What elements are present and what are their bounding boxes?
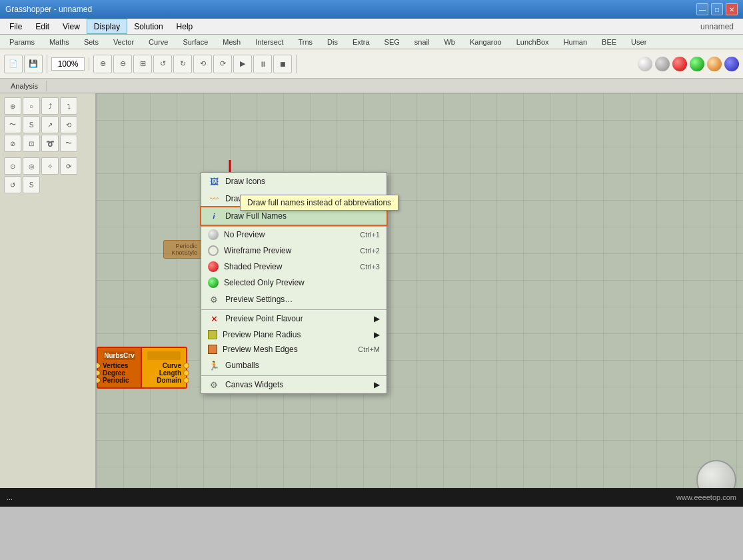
tab-human[interactable]: Human bbox=[557, 37, 594, 47]
menu-draw-icons[interactable]: 🖼 Draw Icons bbox=[201, 173, 386, 190]
toolbar-btn-3[interactable]: ⊞ bbox=[133, 55, 152, 73]
tab-user[interactable]: User bbox=[624, 37, 653, 47]
sphere-blue[interactable] bbox=[724, 57, 739, 71]
tab-dis[interactable]: Dis bbox=[321, 37, 345, 47]
tab-vector[interactable]: Vector bbox=[107, 37, 141, 47]
selected-preview-icon bbox=[208, 277, 219, 288]
toolbar-btn-10[interactable]: ⏹ bbox=[273, 55, 292, 73]
tab-seg[interactable]: SEG bbox=[378, 37, 406, 47]
tab-lunchbox[interactable]: LunchBox bbox=[510, 37, 556, 47]
menu-solution[interactable]: Solution bbox=[127, 19, 169, 34]
sidebar-btn-11[interactable]: ➰ bbox=[41, 135, 59, 152]
menu-file[interactable]: File bbox=[3, 19, 29, 34]
tab-bee[interactable]: BEE bbox=[595, 37, 623, 47]
tab-snail[interactable]: snail bbox=[408, 37, 436, 47]
sidebar-btn-13[interactable]: ⊙ bbox=[4, 157, 21, 175]
menu-preview-settings[interactable]: ⚙ Preview Settings… bbox=[201, 291, 386, 308]
sidebar-btn-6[interactable]: S bbox=[23, 116, 40, 133]
sidebar-btn-16[interactable]: ⟳ bbox=[60, 157, 77, 175]
tab-extra[interactable]: Extra bbox=[346, 37, 376, 47]
menu-view[interactable]: View bbox=[56, 19, 87, 34]
sidebar-btn-10[interactable]: ⊡ bbox=[23, 135, 40, 152]
tab-params[interactable]: Params bbox=[3, 37, 41, 47]
tab-wb[interactable]: Wb bbox=[437, 37, 462, 47]
port-domain-circle bbox=[183, 377, 189, 383]
sidebar-btn-3[interactable]: ⤴ bbox=[41, 97, 59, 115]
toolbar-save[interactable]: 💾 bbox=[24, 55, 43, 73]
menu-shaded-preview[interactable]: Shaded Preview Ctrl+3 bbox=[201, 259, 386, 275]
tab-mesh[interactable]: Mesh bbox=[216, 37, 247, 47]
toolbar-btn-7[interactable]: ⟳ bbox=[213, 55, 232, 73]
port-curve: Curve bbox=[147, 362, 181, 369]
tooltip-text: Draw full names instead of abbreviations bbox=[247, 198, 391, 207]
toolbar-right bbox=[638, 57, 739, 71]
menu-canvas-widgets[interactable]: ⚙ Canvas Widgets ▶ bbox=[201, 376, 386, 393]
shaded-preview-shortcut: Ctrl+3 bbox=[360, 263, 380, 271]
toolbar-btn-9[interactable]: ⏸ bbox=[253, 55, 272, 73]
menu-edit[interactable]: Edit bbox=[29, 19, 56, 34]
tab-sets[interactable]: Sets bbox=[77, 37, 105, 47]
tab-intersect[interactable]: Intersect bbox=[249, 37, 290, 47]
preview-mesh-icon bbox=[208, 345, 217, 354]
menu-preview-point[interactable]: ✕ Preview Point Flavour ▶ bbox=[201, 310, 386, 327]
toolbar-btn-5[interactable]: ↻ bbox=[173, 55, 192, 73]
draw-icons-icon: 🖼 bbox=[208, 175, 220, 187]
sidebar-btn-8[interactable]: ⟲ bbox=[60, 116, 77, 133]
menu-right-label: unnamed bbox=[700, 22, 740, 31]
sidebar-btn-17[interactable]: ↺ bbox=[4, 176, 21, 193]
canvas-widgets-icon: ⚙ bbox=[208, 379, 220, 391]
menu-display[interactable]: Display bbox=[87, 19, 127, 34]
sphere-green[interactable] bbox=[690, 57, 704, 71]
close-button[interactable]: ✕ bbox=[726, 3, 738, 15]
sidebar-btn-4[interactable]: ⤵ bbox=[60, 97, 77, 115]
sidebar-btn-14[interactable]: ◎ bbox=[23, 157, 40, 175]
toolbar-btn-8[interactable]: ▶ bbox=[233, 55, 252, 73]
draw-fancy-wires-icon: 〰 bbox=[208, 193, 220, 205]
menu-selected-preview[interactable]: Selected Only Preview bbox=[201, 275, 386, 291]
sphere-white[interactable] bbox=[638, 57, 652, 71]
toolbar-btn-4[interactable]: ↺ bbox=[153, 55, 172, 73]
maximize-button[interactable]: □ bbox=[711, 3, 723, 15]
tab-curve[interactable]: Curve bbox=[142, 37, 175, 47]
menu-no-preview[interactable]: No Preview Ctrl+1 bbox=[201, 227, 386, 243]
titlebar: Grasshopper - unnamed — □ ✕ bbox=[0, 0, 743, 19]
menu-preview-mesh[interactable]: Preview Mesh Edges Ctrl+M bbox=[201, 342, 386, 357]
tab-kangaroo[interactable]: Kangaroo bbox=[463, 37, 508, 47]
sidebar-btn-1[interactable]: ⊕ bbox=[4, 97, 21, 115]
port-periodic-circle bbox=[97, 377, 101, 383]
sidebar-btn-15[interactable]: ✧ bbox=[41, 157, 59, 175]
tab-maths[interactable]: Maths bbox=[43, 37, 76, 47]
tab-surface[interactable]: Surface bbox=[176, 37, 215, 47]
sphere-red[interactable] bbox=[672, 57, 687, 71]
toolbar-btn-1[interactable]: ⊕ bbox=[93, 55, 112, 73]
menu-preview-plane[interactable]: Preview Plane Radius ▶ bbox=[201, 327, 386, 342]
zoom-level: 100% bbox=[51, 57, 85, 71]
canvas[interactable]: Periodic KnotStyle Length Domain bbox=[97, 93, 743, 507]
wireframe-preview-label: Wireframe Preview bbox=[224, 246, 291, 255]
port-domain: Domain bbox=[147, 377, 181, 384]
titlebar-title: Grasshopper - unnamed bbox=[5, 5, 92, 14]
sidebar-btn-7[interactable]: ↗ bbox=[41, 116, 59, 133]
sphere-orange[interactable] bbox=[707, 57, 722, 71]
sidebar: ⊕ ○ ⤴ ⤵ 〜 S ↗ ⟲ ⊘ ⊡ ➰ 〜 ⊙ ◎ ✧ ⟳ ↺ S bbox=[0, 93, 97, 507]
sidebar-btn-2[interactable]: ○ bbox=[23, 97, 40, 115]
menu-help[interactable]: Help bbox=[170, 19, 200, 34]
nurbs-node[interactable]: NurbsCrv Vertices Degree Periodic bbox=[97, 347, 187, 389]
toolbar-btn-2[interactable]: ⊖ bbox=[113, 55, 132, 73]
menu-gumballs[interactable]: 🏃 Gumballs bbox=[201, 357, 386, 374]
menubar: File Edit View Display Solution Help unn… bbox=[0, 19, 743, 35]
sidebar-btn-5[interactable]: 〜 bbox=[4, 116, 21, 133]
sidebar-btn-12[interactable]: 〜 bbox=[60, 135, 77, 152]
tab-trns[interactable]: Trns bbox=[291, 37, 319, 47]
minimize-button[interactable]: — bbox=[696, 3, 708, 15]
sphere-gray[interactable] bbox=[655, 57, 670, 71]
menu-wireframe-preview[interactable]: Wireframe Preview Ctrl+2 bbox=[201, 243, 386, 259]
port-length: Length bbox=[147, 369, 181, 377]
toolbar-new[interactable]: 📄 bbox=[4, 55, 23, 73]
sidebar-btn-18[interactable]: S bbox=[23, 176, 40, 193]
titlebar-controls: — □ ✕ bbox=[696, 3, 738, 15]
gumballs-label: Gumballs bbox=[225, 361, 259, 370]
analysis-tab[interactable]: Analysis bbox=[3, 81, 47, 91]
toolbar-btn-6[interactable]: ⟲ bbox=[193, 55, 212, 73]
sidebar-btn-9[interactable]: ⊘ bbox=[4, 135, 21, 152]
